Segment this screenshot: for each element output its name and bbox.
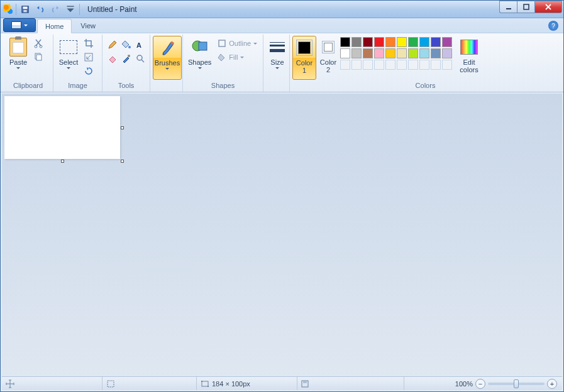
- svg-rect-21: [207, 386, 209, 387]
- minimize-button[interactable]: [499, 1, 517, 13]
- color-swatch[interactable]: [408, 48, 418, 58]
- fill-tool[interactable]: [120, 38, 133, 51]
- ribbon: Paste Clipboard Select: [1, 33, 563, 92]
- zoom-slider-thumb[interactable]: [514, 379, 519, 388]
- eraser-tool[interactable]: [106, 52, 119, 65]
- select-icon: [60, 40, 77, 54]
- status-selection: [102, 377, 197, 390]
- cut-button[interactable]: [32, 37, 45, 50]
- color-swatch-empty[interactable]: [340, 60, 350, 70]
- color-swatch[interactable]: [374, 48, 384, 58]
- tab-row: Home View ?: [1, 18, 563, 33]
- group-tools: A Tools: [102, 35, 150, 92]
- color-swatch[interactable]: [363, 48, 373, 58]
- zoom-value: 100%: [455, 380, 473, 388]
- color-swatch[interactable]: [442, 48, 452, 58]
- color-swatch[interactable]: [397, 48, 407, 58]
- maximize-button[interactable]: [517, 1, 534, 13]
- canvas[interactable]: [4, 96, 120, 159]
- pencil-tool[interactable]: [106, 38, 119, 51]
- resize-handle-corner[interactable]: [121, 160, 124, 163]
- group-image: Select Image: [53, 35, 102, 92]
- tab-view[interactable]: View: [73, 18, 103, 33]
- outline-button[interactable]: Outline: [215, 37, 260, 50]
- color-swatch[interactable]: [385, 48, 395, 58]
- color-swatch[interactable]: [442, 37, 452, 47]
- color-swatch[interactable]: [408, 37, 418, 47]
- svg-rect-3: [67, 6, 74, 6]
- paint-window: Untitled - Paint Home View ? Paste: [0, 0, 564, 392]
- fill-button[interactable]: Fill: [215, 51, 260, 63]
- resize-handle-bottom[interactable]: [61, 160, 64, 163]
- help-button[interactable]: ?: [548, 21, 558, 31]
- magnifier-tool[interactable]: [134, 52, 147, 65]
- color-swatch-empty[interactable]: [374, 60, 384, 70]
- shapes-button[interactable]: Shapes: [185, 36, 214, 80]
- tab-home[interactable]: Home: [37, 19, 72, 33]
- title-bar: Untitled - Paint: [1, 1, 563, 18]
- color2-button[interactable]: Color 2: [316, 36, 340, 80]
- group-size: Size: [263, 35, 290, 92]
- edit-colors-button[interactable]: Edit colors: [456, 36, 482, 80]
- svg-rect-23: [303, 381, 307, 383]
- color-swatch-empty[interactable]: [351, 60, 362, 70]
- color1-button[interactable]: Color 1: [292, 36, 316, 80]
- status-filesize: [297, 377, 404, 390]
- workspace[interactable]: [2, 94, 562, 376]
- zoom-out-button[interactable]: −: [475, 379, 485, 389]
- color-swatch-empty[interactable]: [419, 60, 429, 70]
- color-swatch[interactable]: [363, 37, 373, 47]
- picker-tool[interactable]: [120, 52, 133, 65]
- text-tool[interactable]: A: [134, 38, 147, 51]
- svg-rect-1: [23, 6, 28, 9]
- color-swatch-empty[interactable]: [363, 60, 373, 70]
- size-button[interactable]: Size: [266, 36, 289, 80]
- color-swatch[interactable]: [385, 37, 395, 47]
- zoom-slider[interactable]: [488, 383, 545, 385]
- qat-customize-button[interactable]: [64, 3, 77, 16]
- color-swatch[interactable]: [340, 37, 350, 47]
- file-menu-button[interactable]: [3, 18, 36, 32]
- color-swatch[interactable]: [397, 37, 407, 47]
- color-swatch[interactable]: [419, 48, 429, 58]
- disk-icon: [301, 380, 309, 388]
- svg-rect-2: [23, 9, 26, 12]
- size-icon: [270, 41, 285, 53]
- color-swatch[interactable]: [431, 48, 441, 58]
- color-swatch[interactable]: [340, 48, 350, 58]
- zoom-in-button[interactable]: +: [547, 379, 557, 389]
- edit-colors-icon: [460, 40, 478, 55]
- svg-point-13: [128, 55, 130, 57]
- resize-button[interactable]: [82, 51, 95, 63]
- close-button[interactable]: [534, 1, 562, 13]
- svg-rect-16: [199, 42, 207, 50]
- color-swatch-empty[interactable]: [408, 60, 418, 70]
- color-swatch[interactable]: [351, 48, 362, 58]
- copy-button[interactable]: [32, 51, 45, 63]
- color-palette: [340, 36, 452, 70]
- svg-rect-20: [201, 381, 202, 382]
- group-shapes: Shapes Outline Fill Shapes: [183, 35, 263, 92]
- qat-save-button[interactable]: [19, 3, 31, 16]
- app-icon: [3, 4, 13, 14]
- resize-handle-right[interactable]: [121, 126, 124, 129]
- qat-redo-button[interactable]: [49, 3, 62, 16]
- qat-undo-button[interactable]: [34, 3, 47, 16]
- color-swatch[interactable]: [351, 37, 362, 47]
- color-swatch-empty[interactable]: [442, 60, 452, 70]
- crop-button[interactable]: [82, 37, 95, 50]
- color-swatch[interactable]: [431, 37, 441, 47]
- color-swatch[interactable]: [374, 37, 384, 47]
- brushes-button[interactable]: Brushes: [153, 36, 182, 80]
- status-dimensions: 184 × 100px: [197, 377, 297, 390]
- color-swatch-empty[interactable]: [431, 60, 441, 70]
- color-swatch[interactable]: [419, 37, 429, 47]
- color-swatch-empty[interactable]: [385, 60, 395, 70]
- color-swatch-empty[interactable]: [397, 60, 407, 70]
- fill-icon: [218, 53, 226, 62]
- svg-point-11: [128, 46, 131, 48]
- svg-rect-9: [36, 55, 41, 60]
- rotate-button[interactable]: [82, 65, 95, 77]
- select-button[interactable]: Select: [56, 36, 81, 80]
- paste-button[interactable]: Paste: [6, 36, 31, 80]
